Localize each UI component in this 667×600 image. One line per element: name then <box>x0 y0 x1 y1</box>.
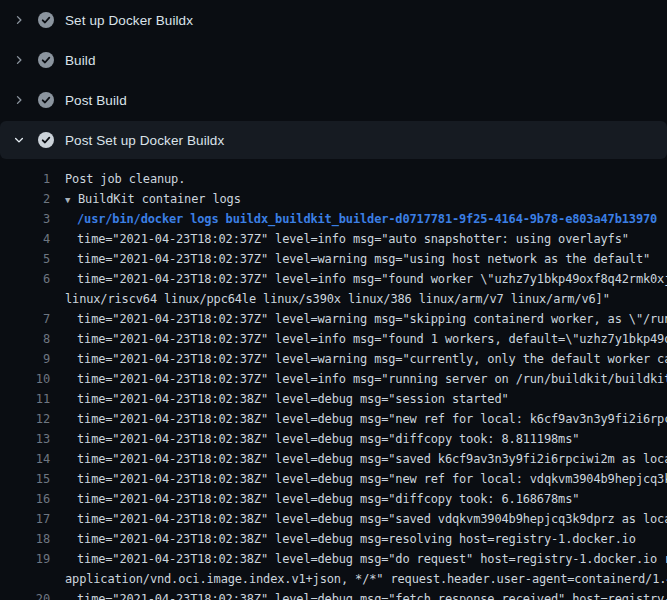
check-circle-icon <box>38 52 54 68</box>
check-circle-icon <box>38 92 54 108</box>
step-row-post-set-up-docker-buildx[interactable]: Post Set up Docker Buildx <box>0 121 667 159</box>
log-line-text: time="2021-04-23T18:02:38Z" level=debug … <box>50 529 636 549</box>
log-line-number[interactable]: 10 <box>0 369 50 389</box>
log-line-text: time="2021-04-23T18:02:38Z" level=debug … <box>50 389 509 409</box>
step-row-build[interactable]: Build <box>0 40 667 80</box>
log-line-text: time="2021-04-23T18:02:38Z" level=debug … <box>50 509 667 529</box>
log-line: 3/usr/bin/docker logs buildx_buildkit_bu… <box>0 209 667 229</box>
log-line: 2▼BuildKit container logs <box>0 189 667 209</box>
log-line-number[interactable]: 7 <box>0 309 50 329</box>
log-line-text: time="2021-04-23T18:02:37Z" level=info m… <box>50 269 667 289</box>
log-line-text: application/vnd.oci.image.index.v1+json,… <box>50 569 667 589</box>
log-line: 14time="2021-04-23T18:02:38Z" level=debu… <box>0 449 667 469</box>
log-lines: 1Post job cleanup.2▼BuildKit container l… <box>0 160 667 600</box>
log-line-number[interactable]: 3 <box>0 209 50 229</box>
log-line-number[interactable]: 20 <box>0 589 50 600</box>
log-line-text: time="2021-04-23T18:02:38Z" level=debug … <box>50 449 667 469</box>
step-name: Post Set up Docker Buildx <box>65 133 224 148</box>
log-line: 7time="2021-04-23T18:02:37Z" level=warni… <box>0 309 667 329</box>
log-line-number[interactable]: 11 <box>0 389 50 409</box>
log-line-number[interactable]: 16 <box>0 489 50 509</box>
log-line-text: time="2021-04-23T18:02:38Z" level=debug … <box>50 589 667 600</box>
log-line: 6time="2021-04-23T18:02:37Z" level=info … <box>0 269 667 289</box>
chevron-right-icon[interactable] <box>13 54 25 66</box>
log-line: 10time="2021-04-23T18:02:37Z" level=info… <box>0 369 667 389</box>
log-line-text: time="2021-04-23T18:02:37Z" level=info m… <box>50 229 629 249</box>
check-circle-icon <box>38 12 54 28</box>
log-line-number[interactable]: 15 <box>0 469 50 489</box>
log-line-number[interactable]: 13 <box>0 429 50 449</box>
log-line-number[interactable]: 17 <box>0 509 50 529</box>
log-line: 16time="2021-04-23T18:02:38Z" level=debu… <box>0 489 667 509</box>
log-line: 19time="2021-04-23T18:02:38Z" level=debu… <box>0 549 667 569</box>
log-line-text: time="2021-04-23T18:02:38Z" level=debug … <box>50 409 667 429</box>
log-line-text: time="2021-04-23T18:02:38Z" level=debug … <box>50 429 579 449</box>
log-line: 8time="2021-04-23T18:02:37Z" level=info … <box>0 329 667 349</box>
log-line-number[interactable]: 18 <box>0 529 50 549</box>
log-line: 12time="2021-04-23T18:02:38Z" level=debu… <box>0 409 667 429</box>
log-line: 13time="2021-04-23T18:02:38Z" level=debu… <box>0 429 667 449</box>
step-name: Post Build <box>65 93 127 108</box>
step-row-post-build[interactable]: Post Build <box>0 80 667 120</box>
chevron-right-icon[interactable] <box>13 94 25 106</box>
log-line-number[interactable]: 19 <box>0 549 50 569</box>
log-line-number[interactable]: 4 <box>0 229 50 249</box>
log-line-text: time="2021-04-23T18:02:38Z" level=debug … <box>50 549 667 569</box>
chevron-down-icon[interactable] <box>13 134 25 146</box>
steps-list: Set up Docker Buildx Build Post Build <box>0 0 667 159</box>
log-line-number[interactable]: 2 <box>0 189 50 209</box>
chevron-right-icon[interactable] <box>13 14 25 26</box>
log-line-number[interactable]: 5 <box>0 249 50 269</box>
log-line-number[interactable]: 12 <box>0 409 50 429</box>
check-circle-icon <box>38 132 54 148</box>
step-name: Build <box>65 53 96 68</box>
log-line: 11time="2021-04-23T18:02:38Z" level=debu… <box>0 389 667 409</box>
log-line: 17time="2021-04-23T18:02:38Z" level=debu… <box>0 509 667 529</box>
log-line-text: linux/riscv64 linux/ppc64le linux/s390x … <box>50 289 610 309</box>
log-line: 5time="2021-04-23T18:02:37Z" level=warni… <box>0 249 667 269</box>
log-line-text: Post job cleanup. <box>50 169 185 189</box>
log-group-title: BuildKit container logs <box>78 192 241 206</box>
log-line: 20time="2021-04-23T18:02:38Z" level=debu… <box>0 589 667 600</box>
log-line: linux/riscv64 linux/ppc64le linux/s390x … <box>0 289 667 309</box>
log-line-text: time="2021-04-23T18:02:37Z" level=warnin… <box>50 349 667 369</box>
log-line: 15time="2021-04-23T18:02:38Z" level=debu… <box>0 469 667 489</box>
log-line-text: /usr/bin/docker logs buildx_buildkit_bui… <box>50 209 657 229</box>
log-line-number <box>0 569 50 589</box>
log-line-text: time="2021-04-23T18:02:37Z" level=info m… <box>50 329 667 349</box>
log-group-collapse-icon[interactable]: ▼ <box>65 190 78 209</box>
log-line-number[interactable]: 9 <box>0 349 50 369</box>
log-line: 4time="2021-04-23T18:02:37Z" level=info … <box>0 229 667 249</box>
log-line-number[interactable]: 8 <box>0 329 50 349</box>
log-line-text: ▼BuildKit container logs <box>50 189 241 209</box>
log-line: 1Post job cleanup. <box>0 169 667 189</box>
log-line-text: time="2021-04-23T18:02:38Z" level=debug … <box>50 469 667 489</box>
log-line-number <box>0 289 50 309</box>
log-line: 18time="2021-04-23T18:02:38Z" level=debu… <box>0 529 667 549</box>
log-line: application/vnd.oci.image.index.v1+json,… <box>0 569 667 589</box>
log-line-number[interactable]: 14 <box>0 449 50 469</box>
log-line-number[interactable]: 6 <box>0 269 50 289</box>
log-line-text: time="2021-04-23T18:02:38Z" level=debug … <box>50 489 579 509</box>
log-line-number[interactable]: 1 <box>0 169 50 189</box>
step-name: Set up Docker Buildx <box>65 13 193 28</box>
actions-log-pane: Set up Docker Buildx Build Post Build <box>0 0 667 600</box>
log-line-text: time="2021-04-23T18:02:37Z" level=info m… <box>50 369 667 389</box>
log-line-text: time="2021-04-23T18:02:37Z" level=warnin… <box>50 309 667 329</box>
log-line-text: time="2021-04-23T18:02:37Z" level=warnin… <box>50 249 650 269</box>
log-line: 9time="2021-04-23T18:02:37Z" level=warni… <box>0 349 667 369</box>
step-row-set-up-docker-buildx[interactable]: Set up Docker Buildx <box>0 0 667 40</box>
